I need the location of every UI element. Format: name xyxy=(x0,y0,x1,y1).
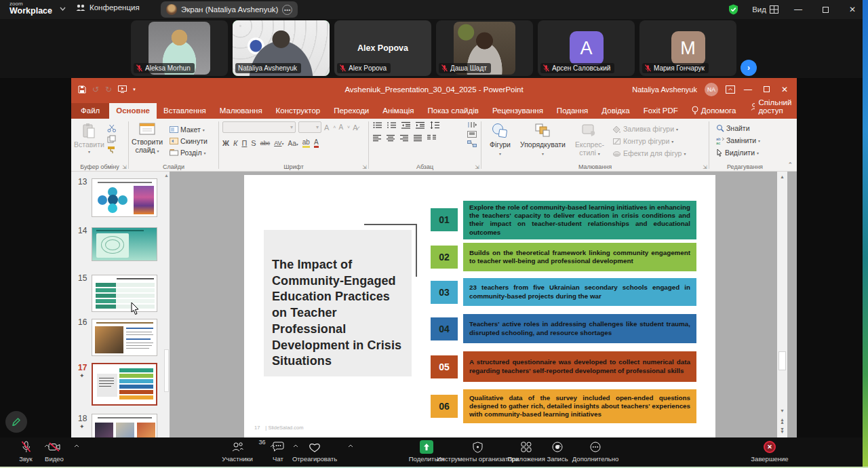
reset-button[interactable]: Скинути xyxy=(168,136,209,146)
tab-transitions[interactable]: Переходи xyxy=(327,103,376,119)
decrease-indent-icon[interactable] xyxy=(401,121,411,129)
slide-thumbnail-16[interactable] xyxy=(92,319,157,356)
slide-thumbnail-17-selected[interactable] xyxy=(92,363,157,406)
slide-item-01[interactable]: 01 Explore the role of community-based l… xyxy=(431,201,696,239)
slide-item-04[interactable]: 04 Teachers' active roles in addressing … xyxy=(431,314,696,343)
restore-button[interactable] xyxy=(819,3,831,16)
text-shadow-button[interactable]: S xyxy=(251,139,256,147)
audio-button[interactable]: Звук xyxy=(12,440,39,463)
section-button[interactable]: Розділ▾ xyxy=(168,148,209,157)
previous-slide-button[interactable]: ▴▴ xyxy=(777,418,787,424)
end-meeting-button[interactable]: ✕ Завершение xyxy=(746,440,793,463)
tab-review[interactable]: Рецензування xyxy=(486,103,550,119)
tab-view[interactable]: Подання xyxy=(550,103,595,119)
slide-item-06[interactable]: 06 Qualitative data of the survey includ… xyxy=(431,389,696,423)
italic-button[interactable]: К xyxy=(233,139,237,147)
next-participants-page-button[interactable]: › xyxy=(741,60,757,76)
scrollbar-thumb[interactable] xyxy=(778,351,786,370)
reactions-button[interactable]: Отреагировать xyxy=(290,440,339,463)
chevron-up-icon[interactable] xyxy=(74,444,79,448)
participants-button[interactable]: 36 Участники xyxy=(216,440,259,463)
tab-draw[interactable]: Малювання xyxy=(213,103,269,119)
find-button[interactable]: Знайти xyxy=(715,123,781,133)
tab-screen-share[interactable]: Экран (Nataliya Avshenyuk) ••• xyxy=(161,1,298,18)
share-button[interactable]: Спільний доступ xyxy=(743,95,797,119)
chevron-down-icon[interactable] xyxy=(60,7,66,11)
shape-effects-button[interactable]: Ефекти для фігур▾ xyxy=(611,149,687,158)
shrink-font-button[interactable]: A˅ xyxy=(338,123,350,131)
more-button[interactable]: Дополнительно xyxy=(568,440,623,463)
character-spacing-button[interactable]: AV▾ xyxy=(274,140,283,147)
font-size-combo[interactable]: ▾ xyxy=(298,121,321,133)
dialog-launcher-icon[interactable]: ⇲ xyxy=(475,164,479,170)
slide-thumbnail-18[interactable] xyxy=(92,414,157,437)
scroll-up-icon[interactable]: ▴ xyxy=(777,174,787,180)
format-painter-icon[interactable] xyxy=(107,146,117,154)
clear-formatting-button[interactable]: A̷ xyxy=(353,123,357,132)
select-button[interactable]: Виділити▾ xyxy=(715,148,781,157)
strikethrough-button[interactable]: abc xyxy=(260,140,271,147)
slide-item-02[interactable]: 02 Builds on the theoretical framework l… xyxy=(431,243,696,271)
align-text-icon[interactable] xyxy=(467,131,477,138)
shape-fill-button[interactable]: Заливка фігури▾ xyxy=(611,124,687,134)
slide-item-05[interactable]: 05 A structured questionnaire was develo… xyxy=(431,351,696,382)
paste-button[interactable]: Вставити ▾ xyxy=(71,121,107,156)
next-slide-button[interactable]: ▾▾ xyxy=(777,428,787,433)
tab-animations[interactable]: Анімація xyxy=(376,103,420,119)
align-center-icon[interactable] xyxy=(387,134,395,142)
layout-button[interactable]: Макет▾ xyxy=(168,125,209,134)
line-spacing-icon[interactable] xyxy=(430,121,440,129)
tab-home[interactable]: Основне xyxy=(109,103,157,119)
bold-button[interactable]: Ж xyxy=(222,139,229,147)
tell-me-button[interactable]: Допомога xyxy=(685,102,743,119)
chat-button[interactable]: Чат xyxy=(266,440,290,463)
more-options-icon[interactable]: ••• xyxy=(282,5,292,15)
highlight-button[interactable]: ab xyxy=(302,138,310,148)
increase-indent-icon[interactable] xyxy=(416,121,425,129)
tab-slideshow[interactable]: Показ слайдів xyxy=(421,103,486,119)
participant-tile[interactable]: Alex Popova Alex Popova xyxy=(334,20,431,76)
view-button[interactable]: Вид xyxy=(752,5,778,14)
scrollbar-thumb[interactable] xyxy=(164,349,169,392)
thumbnail-scrollbar[interactable]: ▲ xyxy=(163,172,170,437)
scroll-down-icon[interactable]: ▾ xyxy=(777,408,787,414)
new-slide-button[interactable]: Створитислайд ▾ xyxy=(129,121,165,157)
current-slide[interactable]: The Impact of Community-Engaged Educatio… xyxy=(244,175,715,437)
grow-font-button[interactable]: A˄ xyxy=(324,123,336,132)
text-direction-icon[interactable] xyxy=(467,121,477,128)
shapes-button[interactable]: Фігури▾ xyxy=(487,121,513,158)
arrange-button[interactable]: Упорядкувати▾ xyxy=(517,121,568,158)
slide-thumbnail-panel[interactable]: 13 14 xyxy=(71,172,170,437)
align-right-icon[interactable] xyxy=(400,134,409,142)
dialog-launcher-icon[interactable]: ⇲ xyxy=(703,164,707,170)
dialog-launcher-icon[interactable]: ⇲ xyxy=(362,164,367,170)
participant-tile-active-speaker[interactable]: Nataliya Avshenyuk xyxy=(233,20,330,76)
cut-icon[interactable] xyxy=(107,124,117,132)
slide-thumbnail-14[interactable] xyxy=(92,227,157,261)
security-shield-icon[interactable] xyxy=(728,4,738,15)
tab-meeting[interactable]: Конференция xyxy=(76,3,140,12)
chevron-up-icon[interactable] xyxy=(348,444,353,448)
dialog-launcher-icon[interactable]: ⇲ xyxy=(122,164,127,170)
video-button[interactable]: Видео xyxy=(39,440,69,463)
copy-icon[interactable] xyxy=(107,135,117,143)
slide-item-03[interactable]: 03 23 teachers from five Ukrainian secon… xyxy=(431,278,696,306)
underline-button[interactable]: П xyxy=(241,139,247,147)
tab-help[interactable]: Довідка xyxy=(595,103,636,119)
minimize-button[interactable]: — xyxy=(792,3,804,16)
collapse-ribbon-icon[interactable]: ⌃ xyxy=(787,161,793,168)
annotate-button[interactable] xyxy=(5,411,27,433)
tab-design[interactable]: Конструктор xyxy=(269,103,328,119)
numbering-icon[interactable] xyxy=(387,121,397,129)
font-color-button[interactable]: A xyxy=(314,138,319,148)
canvas-scrollbar[interactable]: ▴ ▾ ▴▴ ▾▾ xyxy=(777,172,787,437)
participant-tile[interactable]: Даша Шадт xyxy=(436,20,533,76)
slide-thumbnail-15[interactable] xyxy=(92,275,157,312)
bullets-icon[interactable] xyxy=(373,121,382,129)
slide-thumbnail-13[interactable] xyxy=(92,178,157,217)
smartart-icon[interactable] xyxy=(467,140,477,147)
align-left-icon[interactable] xyxy=(373,134,382,142)
tab-foxit[interactable]: Foxit PDF xyxy=(637,103,685,119)
tab-file[interactable]: Файл xyxy=(71,103,109,119)
quick-styles-button[interactable]: Експрес-стилі ▾ xyxy=(572,121,607,158)
